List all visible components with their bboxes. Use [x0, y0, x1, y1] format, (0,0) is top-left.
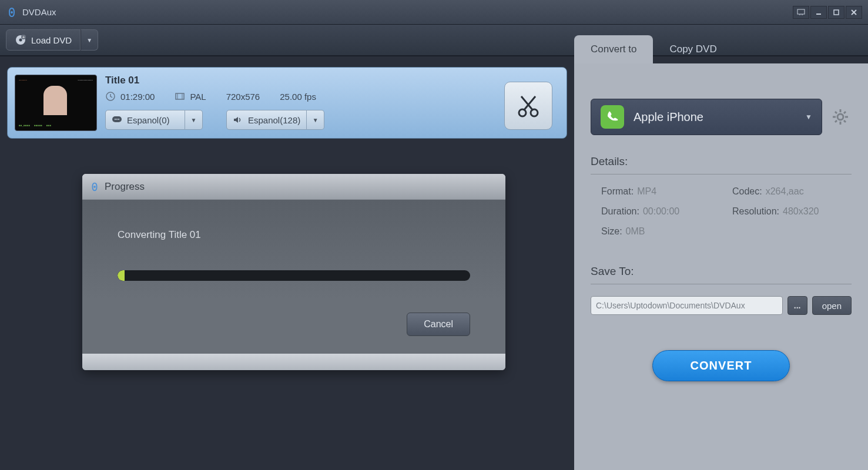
svg-point-22: [93, 186, 96, 188]
app-title: DVDAux: [22, 7, 793, 17]
progress-dialog: Progress Converting Title 01 Cancel: [82, 174, 505, 370]
svg-rect-1: [797, 9, 805, 14]
load-dvd-label: Load DVD: [31, 35, 72, 45]
minimize-button[interactable]: [810, 6, 827, 19]
details-heading: Details:: [591, 155, 852, 168]
load-dvd-button[interactable]: + Load DVD: [6, 29, 81, 51]
audio-select[interactable]: Espanol(128): [226, 110, 307, 130]
titlebar: DVDAux: [0, 0, 868, 25]
audio-dropdown-caret[interactable]: ▼: [307, 110, 324, 130]
phone-icon: [601, 105, 624, 129]
tab-copy-dvd[interactable]: Copy DVD: [653, 35, 733, 63]
subtitle-value: Espanol(0): [127, 115, 170, 125]
codec-value: x264,aac: [766, 186, 804, 197]
standard-value: PAL: [190, 92, 206, 102]
title-name: Title 01: [105, 75, 559, 86]
title-card[interactable]: ------ ----------- ▪▪.▪▪▪▪ ▪▪▪▪▪ ▪▪▪ Tit…: [7, 67, 567, 139]
svg-point-17: [118, 119, 119, 120]
details-grid: Format:MP4 Codec:x264,aac Duration:00:00…: [591, 186, 852, 237]
disc-icon: +: [15, 34, 26, 46]
resolution-value-detail: 480x320: [783, 206, 819, 217]
trim-button[interactable]: [504, 82, 552, 130]
svg-rect-3: [834, 10, 839, 15]
svg-line-31: [835, 120, 837, 122]
svg-point-23: [837, 114, 843, 120]
svg-line-29: [844, 120, 846, 122]
format-value: MP4: [637, 186, 656, 197]
subtitle-icon: [112, 116, 122, 124]
film-icon: [175, 91, 185, 102]
settings-button[interactable]: [829, 106, 852, 128]
chevron-down-icon: ▼: [805, 113, 812, 121]
progress-bar: [118, 270, 470, 281]
svg-line-21: [521, 96, 533, 110]
size-key: Size:: [601, 226, 622, 237]
app-logo-icon: [89, 182, 100, 192]
svg-point-18: [519, 109, 526, 116]
svg-point-0: [11, 11, 13, 14]
subtitle-select[interactable]: Espanol(0): [105, 110, 185, 130]
scissors-icon: [515, 93, 541, 119]
format-key: Format:: [601, 186, 634, 197]
svg-text:+: +: [22, 35, 25, 40]
convert-button[interactable]: CONVERT: [652, 350, 790, 381]
saveto-path-input[interactable]: [591, 296, 783, 315]
svg-point-16: [116, 119, 118, 120]
load-dvd-dropdown[interactable]: ▼: [81, 29, 98, 51]
svg-line-28: [835, 112, 837, 113]
svg-point-15: [115, 119, 116, 120]
codec-key: Codec:: [732, 186, 762, 197]
progress-title: Progress: [105, 181, 145, 193]
svg-rect-11: [176, 93, 184, 99]
speaker-icon: [233, 116, 243, 124]
progress-bar-fill: [118, 270, 125, 281]
progress-status: Converting Title 01: [118, 229, 470, 241]
cancel-button[interactable]: Cancel: [407, 313, 470, 336]
clock-icon: [105, 91, 116, 102]
size-value: 0MB: [626, 226, 645, 237]
browse-button[interactable]: ...: [787, 296, 807, 315]
close-button[interactable]: [846, 6, 862, 19]
output-profile-select[interactable]: Apple iPhone ▼: [591, 99, 822, 135]
fps-value: 25.00 fps: [280, 92, 316, 102]
open-folder-button[interactable]: open: [812, 296, 852, 315]
audio-value: Espanol(128): [248, 115, 300, 125]
feedback-button[interactable]: [793, 6, 809, 19]
maximize-button[interactable]: [828, 6, 844, 19]
resolution-key: Resolution:: [732, 206, 779, 217]
subtitle-dropdown-caret[interactable]: ▼: [185, 110, 203, 130]
tab-convert-to[interactable]: Convert to: [574, 35, 653, 63]
app-logo-icon: [6, 6, 18, 18]
duration-key: Duration:: [601, 206, 639, 217]
profile-label: Apple iPhone: [634, 110, 796, 124]
svg-point-19: [531, 109, 538, 116]
saveto-heading: Save To:: [591, 265, 852, 278]
toolbar: + Load DVD ▼: [0, 25, 868, 56]
duration-value-detail: 00:00:00: [643, 206, 679, 217]
video-thumbnail: ------ ----------- ▪▪.▪▪▪▪ ▪▪▪▪▪ ▪▪▪: [15, 75, 97, 131]
resolution-value: 720x576: [226, 92, 260, 102]
duration-value: 01:29:00: [120, 92, 155, 102]
svg-line-20: [524, 96, 535, 110]
gear-icon: [831, 108, 850, 126]
svg-line-30: [844, 112, 846, 113]
